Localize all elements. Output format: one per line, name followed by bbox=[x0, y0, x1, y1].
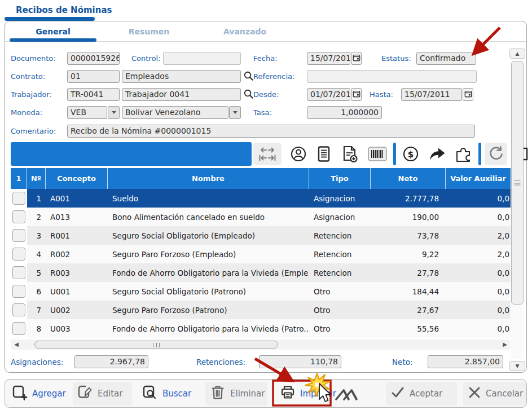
row-checkbox[interactable] bbox=[12, 210, 25, 223]
scroll-left-icon[interactable]: ◀ bbox=[13, 341, 20, 348]
column-header-neto[interactable]: Neto bbox=[371, 168, 446, 189]
desde-field[interactable]: 01/07/2011 bbox=[307, 88, 350, 101]
table-horizontal-scrollbar[interactable]: ◀ ▶ bbox=[11, 340, 511, 350]
row-checkbox-cell[interactable] bbox=[11, 282, 27, 301]
vertical-scrollbar-thumb[interactable] bbox=[511, 61, 524, 305]
table-row[interactable]: 6 U001 Seguro Social Obligatorio (Patron… bbox=[11, 282, 511, 301]
refresh-icon[interactable] bbox=[485, 143, 507, 165]
trabajador-code-field[interactable]: TR-0041 bbox=[67, 88, 120, 101]
scroll-right-icon[interactable]: ▶ bbox=[502, 341, 508, 348]
moneda-name-select[interactable]: Bolivar Venezolano bbox=[122, 106, 228, 119]
row-checkbox[interactable] bbox=[12, 303, 25, 316]
cancelar-button[interactable]: Cancelar bbox=[463, 382, 526, 405]
document-add-icon[interactable] bbox=[338, 143, 362, 165]
tasa-field[interactable]: 1,000000 bbox=[307, 106, 382, 119]
scroll-down-icon[interactable]: ▼ bbox=[509, 361, 525, 371]
contrato-search-button[interactable] bbox=[242, 70, 254, 83]
aceptar-button[interactable]: Aceptar bbox=[386, 382, 457, 405]
document-icon[interactable] bbox=[313, 143, 335, 165]
contrato-name-field[interactable]: Empleados bbox=[122, 70, 241, 83]
column-header-sel[interactable]: 1 bbox=[11, 168, 27, 189]
row-checkbox[interactable] bbox=[12, 248, 25, 261]
forward-arrow-icon[interactable] bbox=[425, 143, 449, 165]
eliminar-button[interactable]: Eliminar bbox=[205, 382, 267, 405]
row-checkbox[interactable] bbox=[12, 266, 25, 279]
double-chevron-icon[interactable] bbox=[334, 387, 360, 403]
row-concepto: R003 bbox=[46, 268, 108, 277]
user-icon[interactable] bbox=[287, 143, 310, 165]
estatus-field[interactable]: Confirmado bbox=[416, 52, 476, 65]
comentario-field[interactable]: Recibo de la Nómina #0000001015 bbox=[67, 125, 475, 138]
horizontal-scrollbar-thumb[interactable] bbox=[34, 341, 278, 349]
barcode-icon[interactable] bbox=[365, 143, 390, 165]
table-row[interactable]: 7 U002 Seguro Paro Forzoso (Patrono) Otr… bbox=[11, 301, 511, 319]
hasta-field[interactable]: 15/07/2011 bbox=[401, 88, 462, 101]
desde-calendar-button[interactable] bbox=[351, 88, 362, 101]
table-row[interactable]: 4 R002 Seguro Paro Forzoso (Empleado) Re… bbox=[11, 245, 511, 263]
neto-field: 2.857,00 bbox=[428, 355, 503, 368]
row-neto: 9,22 bbox=[371, 250, 446, 259]
row-nombre: Seguro Paro Forzoso (Empleado) bbox=[108, 250, 309, 259]
documento-field[interactable]: 0000015926 bbox=[67, 52, 120, 65]
row-valor-auxiliar: 0,0 bbox=[446, 306, 511, 315]
row-checkbox-cell[interactable] bbox=[11, 226, 27, 245]
printer-icon bbox=[280, 385, 296, 403]
plugin-icon[interactable] bbox=[451, 143, 475, 165]
column-header-n[interactable]: Nº bbox=[27, 168, 46, 189]
table-row[interactable]: 2 A013 Bono Alimentación cancelado en su… bbox=[11, 208, 511, 226]
referencia-field[interactable] bbox=[307, 70, 477, 83]
money-icon[interactable]: $ bbox=[399, 143, 422, 165]
editar-button[interactable]: Editar bbox=[73, 382, 132, 405]
toolbar-separator bbox=[478, 143, 481, 165]
moneda-code-select[interactable]: VEB bbox=[67, 106, 107, 119]
toolbar-separator bbox=[393, 143, 396, 165]
moneda-name-dropdown-button[interactable] bbox=[229, 106, 241, 119]
column-header-nombre[interactable]: Nombre bbox=[108, 168, 309, 189]
row-number: 2 bbox=[27, 213, 46, 222]
row-checkbox-cell[interactable] bbox=[11, 245, 27, 263]
tab-general[interactable]: General bbox=[5, 21, 101, 42]
buscar-button[interactable]: Buscar bbox=[138, 382, 196, 405]
row-checkbox[interactable] bbox=[12, 322, 25, 335]
imprimir-button[interactable]: Imprimir bbox=[275, 382, 341, 405]
trabajador-search-button[interactable] bbox=[242, 88, 254, 101]
row-number: 3 bbox=[27, 231, 46, 240]
contrato-code-field[interactable]: 01 bbox=[67, 70, 120, 83]
row-number: 4 bbox=[27, 250, 46, 259]
table-row[interactable]: 8 U003 Fondo de Ahorro Obligatorio para … bbox=[11, 319, 511, 338]
row-checkbox-cell[interactable] bbox=[11, 263, 27, 282]
fecha-field[interactable]: 15/07/2011 bbox=[307, 52, 350, 65]
column-header-tipo[interactable]: Tipo bbox=[309, 168, 371, 189]
row-checkbox-cell[interactable] bbox=[11, 319, 27, 338]
moneda-code-dropdown-button[interactable] bbox=[108, 106, 120, 119]
tab-avanzado[interactable]: Avanzado bbox=[197, 21, 293, 42]
row-checkbox-cell[interactable] bbox=[11, 301, 27, 319]
column-header-concepto[interactable]: Concepto bbox=[46, 168, 108, 189]
scroll-up-icon[interactable]: ▲ bbox=[509, 49, 525, 59]
row-checkbox-cell[interactable] bbox=[11, 208, 27, 226]
table-row[interactable]: 5 R003 Fondo de Ahorro Obligatorio para … bbox=[11, 263, 511, 282]
payroll-receipt-window: { "colors": { "accent_blue": "#1878d0", … bbox=[0, 0, 532, 410]
record-navigation-icon[interactable] bbox=[253, 143, 282, 165]
hasta-calendar-button[interactable] bbox=[463, 88, 473, 101]
agregar-button[interactable]: Agregar bbox=[7, 382, 71, 405]
trabajador-name-field[interactable]: Trabajador 0041 bbox=[122, 88, 241, 101]
tab-resumen[interactable]: Resumen bbox=[101, 21, 197, 42]
table-row[interactable]: 3 R001 Seguro Social Obligatorio (Emplea… bbox=[11, 226, 511, 245]
table-row[interactable]: 1 A001 Sueldo Asignacion 2.777,78 0,0 bbox=[11, 189, 511, 208]
agregar-label: Agregar bbox=[32, 389, 66, 399]
row-checkbox[interactable] bbox=[12, 192, 25, 205]
row-checkbox-cell[interactable] bbox=[11, 189, 27, 208]
neto-label: Neto: bbox=[392, 358, 413, 367]
calendar-icon bbox=[464, 90, 472, 99]
control-field[interactable] bbox=[163, 52, 241, 65]
search-document-icon bbox=[142, 385, 158, 403]
row-tipo: Retencion bbox=[309, 268, 371, 277]
column-header-valor-auxiliar[interactable]: Valor Auxiliar bbox=[446, 168, 511, 189]
row-checkbox[interactable] bbox=[12, 285, 25, 298]
row-valor-auxiliar: 0,0 bbox=[446, 324, 511, 333]
panel-vertical-scrollbar[interactable]: ▲ ▼ bbox=[509, 49, 525, 371]
imprimir-label: Imprimir bbox=[300, 389, 336, 399]
fecha-calendar-button[interactable] bbox=[351, 52, 362, 65]
row-checkbox[interactable] bbox=[12, 229, 25, 242]
